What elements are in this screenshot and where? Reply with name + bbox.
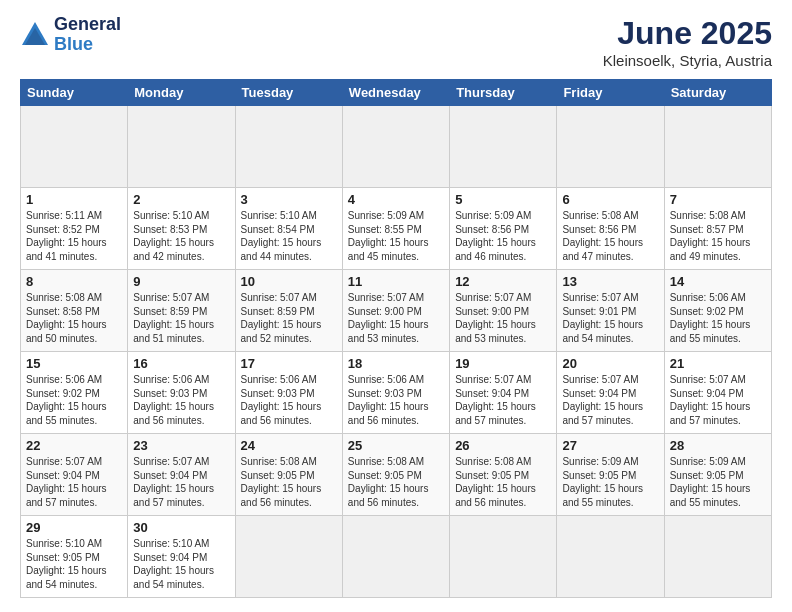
daylight-text: Daylight: 15 hours and 54 minutes. (133, 565, 214, 590)
daylight-text: Daylight: 15 hours and 56 minutes. (133, 401, 214, 426)
sunrise-text: Sunrise: 5:09 AM (455, 210, 531, 221)
sunset-text: Sunset: 9:03 PM (348, 388, 422, 399)
daylight-text: Daylight: 15 hours and 57 minutes. (133, 483, 214, 508)
table-row: 29 Sunrise: 5:10 AM Sunset: 9:05 PM Dayl… (21, 516, 128, 598)
day-number: 1 (26, 192, 122, 207)
day-number: 2 (133, 192, 229, 207)
table-row: 6 Sunrise: 5:08 AM Sunset: 8:56 PM Dayli… (557, 188, 664, 270)
sunrise-text: Sunrise: 5:08 AM (348, 456, 424, 467)
table-row: 15 Sunrise: 5:06 AM Sunset: 9:02 PM Dayl… (21, 352, 128, 434)
table-row: 14 Sunrise: 5:06 AM Sunset: 9:02 PM Dayl… (664, 270, 771, 352)
page: General Blue June 2025 Kleinsoelk, Styri… (0, 0, 792, 612)
day-number: 4 (348, 192, 444, 207)
calendar-week-row (21, 106, 772, 188)
table-row: 11 Sunrise: 5:07 AM Sunset: 9:00 PM Dayl… (342, 270, 449, 352)
sunset-text: Sunset: 9:05 PM (562, 470, 636, 481)
table-row: 8 Sunrise: 5:08 AM Sunset: 8:58 PM Dayli… (21, 270, 128, 352)
day-number: 13 (562, 274, 658, 289)
daylight-text: Daylight: 15 hours and 56 minutes. (348, 483, 429, 508)
title-block: June 2025 Kleinsoelk, Styria, Austria (603, 15, 772, 69)
sunset-text: Sunset: 9:05 PM (348, 470, 422, 481)
sunrise-text: Sunrise: 5:08 AM (670, 210, 746, 221)
daylight-text: Daylight: 15 hours and 49 minutes. (670, 237, 751, 262)
daylight-text: Daylight: 15 hours and 47 minutes. (562, 237, 643, 262)
day-number: 12 (455, 274, 551, 289)
col-monday: Monday (128, 80, 235, 106)
col-tuesday: Tuesday (235, 80, 342, 106)
day-number: 28 (670, 438, 766, 453)
day-number: 24 (241, 438, 337, 453)
day-number: 18 (348, 356, 444, 371)
table-row (342, 106, 449, 188)
daylight-text: Daylight: 15 hours and 56 minutes. (241, 401, 322, 426)
sunrise-text: Sunrise: 5:07 AM (670, 374, 746, 385)
day-number: 19 (455, 356, 551, 371)
table-row (128, 106, 235, 188)
sunset-text: Sunset: 8:58 PM (26, 306, 100, 317)
sunset-text: Sunset: 9:04 PM (670, 388, 744, 399)
sunset-text: Sunset: 9:00 PM (455, 306, 529, 317)
sunset-text: Sunset: 9:03 PM (133, 388, 207, 399)
table-row: 30 Sunrise: 5:10 AM Sunset: 9:04 PM Dayl… (128, 516, 235, 598)
sunset-text: Sunset: 9:02 PM (670, 306, 744, 317)
sunrise-text: Sunrise: 5:10 AM (26, 538, 102, 549)
table-row: 17 Sunrise: 5:06 AM Sunset: 9:03 PM Dayl… (235, 352, 342, 434)
daylight-text: Daylight: 15 hours and 57 minutes. (562, 401, 643, 426)
table-row (557, 516, 664, 598)
sunset-text: Sunset: 9:05 PM (26, 552, 100, 563)
month-year-title: June 2025 (603, 15, 772, 52)
sunset-text: Sunset: 8:59 PM (133, 306, 207, 317)
table-row (557, 106, 664, 188)
table-row: 19 Sunrise: 5:07 AM Sunset: 9:04 PM Dayl… (450, 352, 557, 434)
col-saturday: Saturday (664, 80, 771, 106)
sunrise-text: Sunrise: 5:09 AM (348, 210, 424, 221)
sunset-text: Sunset: 8:52 PM (26, 224, 100, 235)
logo: General Blue (20, 15, 121, 55)
daylight-text: Daylight: 15 hours and 57 minutes. (670, 401, 751, 426)
calendar-week-row: 1 Sunrise: 5:11 AM Sunset: 8:52 PM Dayli… (21, 188, 772, 270)
sunset-text: Sunset: 8:55 PM (348, 224, 422, 235)
sunset-text: Sunset: 9:05 PM (455, 470, 529, 481)
sunrise-text: Sunrise: 5:06 AM (670, 292, 746, 303)
table-row: 23 Sunrise: 5:07 AM Sunset: 9:04 PM Dayl… (128, 434, 235, 516)
day-number: 22 (26, 438, 122, 453)
sunset-text: Sunset: 9:05 PM (670, 470, 744, 481)
sunrise-text: Sunrise: 5:08 AM (241, 456, 317, 467)
sunrise-text: Sunrise: 5:07 AM (562, 292, 638, 303)
sunrise-text: Sunrise: 5:10 AM (133, 210, 209, 221)
table-row: 27 Sunrise: 5:09 AM Sunset: 9:05 PM Dayl… (557, 434, 664, 516)
calendar-week-row: 8 Sunrise: 5:08 AM Sunset: 8:58 PM Dayli… (21, 270, 772, 352)
table-row: 5 Sunrise: 5:09 AM Sunset: 8:56 PM Dayli… (450, 188, 557, 270)
day-number: 23 (133, 438, 229, 453)
sunrise-text: Sunrise: 5:07 AM (26, 456, 102, 467)
table-row: 26 Sunrise: 5:08 AM Sunset: 9:05 PM Dayl… (450, 434, 557, 516)
sunset-text: Sunset: 9:02 PM (26, 388, 100, 399)
daylight-text: Daylight: 15 hours and 56 minutes. (455, 483, 536, 508)
sunrise-text: Sunrise: 5:08 AM (562, 210, 638, 221)
calendar-week-row: 29 Sunrise: 5:10 AM Sunset: 9:05 PM Dayl… (21, 516, 772, 598)
logo-icon (20, 20, 50, 50)
sunrise-text: Sunrise: 5:06 AM (348, 374, 424, 385)
sunset-text: Sunset: 9:04 PM (133, 470, 207, 481)
header: General Blue June 2025 Kleinsoelk, Styri… (20, 15, 772, 69)
sunrise-text: Sunrise: 5:06 AM (133, 374, 209, 385)
day-number: 6 (562, 192, 658, 207)
logo-text: General Blue (54, 15, 121, 55)
sunrise-text: Sunrise: 5:07 AM (455, 292, 531, 303)
sunset-text: Sunset: 9:03 PM (241, 388, 315, 399)
table-row (450, 516, 557, 598)
daylight-text: Daylight: 15 hours and 57 minutes. (26, 483, 107, 508)
day-number: 27 (562, 438, 658, 453)
daylight-text: Daylight: 15 hours and 51 minutes. (133, 319, 214, 344)
table-row: 7 Sunrise: 5:08 AM Sunset: 8:57 PM Dayli… (664, 188, 771, 270)
col-thursday: Thursday (450, 80, 557, 106)
sunrise-text: Sunrise: 5:08 AM (26, 292, 102, 303)
day-number: 20 (562, 356, 658, 371)
sunrise-text: Sunrise: 5:07 AM (133, 292, 209, 303)
table-row (21, 106, 128, 188)
calendar-header-row: Sunday Monday Tuesday Wednesday Thursday… (21, 80, 772, 106)
day-number: 16 (133, 356, 229, 371)
table-row: 20 Sunrise: 5:07 AM Sunset: 9:04 PM Dayl… (557, 352, 664, 434)
table-row (450, 106, 557, 188)
table-row: 28 Sunrise: 5:09 AM Sunset: 9:05 PM Dayl… (664, 434, 771, 516)
